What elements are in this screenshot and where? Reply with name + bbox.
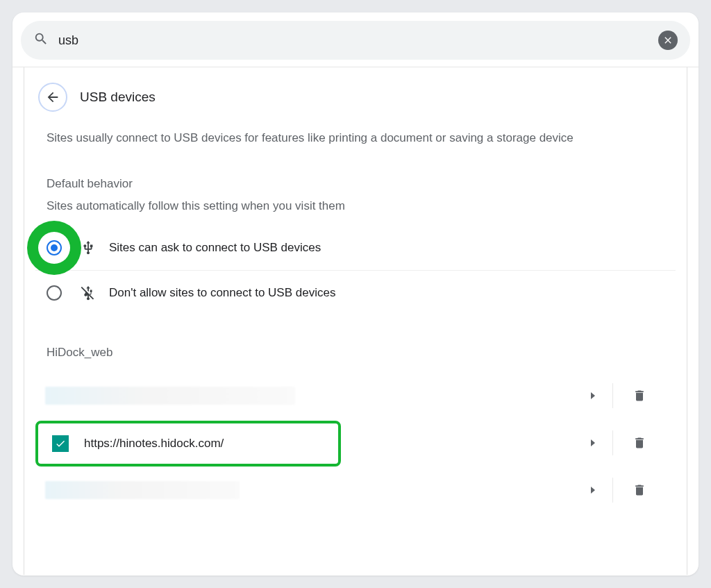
redacted-item [45, 387, 295, 405]
section-device-label: HiDock_web [24, 336, 687, 364]
radio-list: Sites can ask to connect to USB devices … [24, 226, 687, 315]
device-url: https://hinotes.hidock.com/ [84, 437, 224, 451]
section-default-behavior-label: Default behavior [24, 167, 687, 195]
chevron-right-icon [589, 439, 596, 446]
page-title: USB devices [80, 90, 156, 105]
device-row-hidden-2 [35, 467, 676, 514]
radio-indicator [47, 285, 62, 301]
radio-option-allow[interactable]: Sites can ask to connect to USB devices [35, 226, 676, 271]
radio-label: Sites can ask to connect to USB devices [109, 241, 321, 255]
device-row-hidden-1 [35, 372, 676, 419]
expand-button[interactable] [573, 478, 613, 503]
section-default-behavior-sub: Sites automatically follow this setting … [24, 195, 687, 226]
usb-off-icon [80, 285, 97, 301]
usb-icon [80, 240, 97, 256]
content-area: USB devices Sites usually connect to USB… [12, 67, 699, 575]
search-bar-container [12, 12, 699, 67]
delete-button[interactable] [613, 389, 666, 403]
expand-button[interactable] [573, 383, 613, 408]
radio-label: Don't allow sites to connect to USB devi… [109, 286, 335, 300]
chevron-right-icon [589, 487, 596, 494]
expand-button[interactable] [573, 430, 613, 455]
redacted-item [45, 481, 240, 499]
trash-icon [633, 436, 646, 450]
radio-option-block[interactable]: Don't allow sites to connect to USB devi… [35, 271, 676, 315]
usb-check-icon [52, 435, 69, 452]
device-list: https://hinotes.hidock.com/ [24, 364, 687, 514]
page-header: USB devices [24, 67, 687, 126]
search-input[interactable] [49, 33, 658, 48]
clear-search-button[interactable] [658, 31, 678, 50]
settings-window: USB devices Sites usually connect to USB… [12, 12, 699, 576]
trash-icon [633, 483, 646, 497]
close-icon [662, 35, 674, 46]
search-icon [33, 31, 49, 49]
search-bar [21, 21, 690, 60]
trash-icon [633, 389, 646, 403]
radio-indicator [47, 240, 62, 255]
delete-button[interactable] [613, 483, 666, 497]
arrow-back-icon [45, 90, 60, 105]
device-row-hinotes[interactable]: https://hinotes.hidock.com/ [35, 421, 341, 467]
delete-button[interactable] [613, 436, 666, 450]
page-description: Sites usually connect to USB devices for… [24, 126, 687, 167]
back-button[interactable] [38, 83, 67, 112]
chevron-right-icon [589, 392, 596, 399]
